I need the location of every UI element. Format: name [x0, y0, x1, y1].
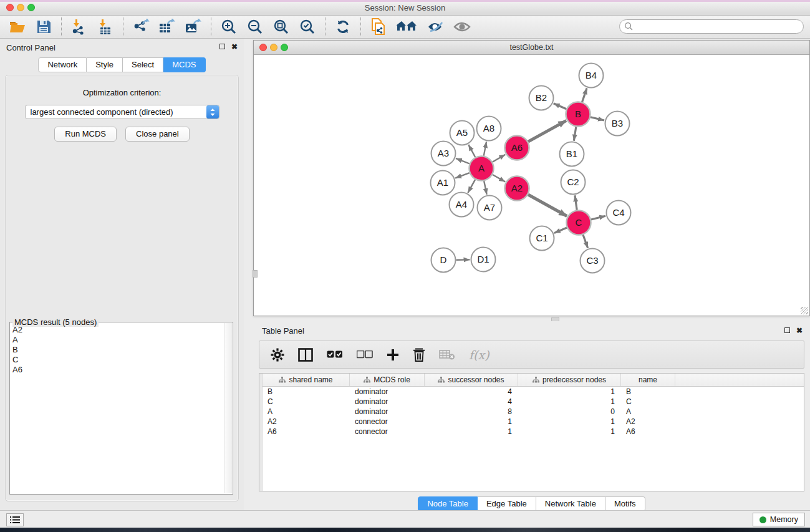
- result-list-item[interactable]: B: [12, 345, 233, 355]
- table-cell[interactable]: A: [621, 407, 675, 417]
- graph-edge-B-B1[interactable]: [574, 127, 576, 141]
- tab-network-table[interactable]: Network Table: [536, 496, 605, 511]
- splitter-handle-left[interactable]: [253, 270, 258, 278]
- table-cell[interactable]: 1: [518, 417, 621, 427]
- import-network-icon[interactable]: [70, 18, 88, 36]
- show-columns-icon[interactable]: [298, 348, 313, 362]
- import-table-icon[interactable]: [97, 18, 114, 36]
- graph-edge-A-A8[interactable]: [484, 142, 486, 156]
- clone-network-icon[interactable]: [370, 18, 387, 36]
- graph-edge-A2-C[interactable]: [528, 195, 567, 216]
- table-row[interactable]: A6connector11A6: [263, 427, 804, 437]
- table-cell[interactable]: connector: [350, 427, 425, 437]
- graph-edge-A-A6[interactable]: [493, 155, 506, 162]
- unselect-all-columns-icon[interactable]: [357, 351, 373, 359]
- column-header-shared-name[interactable]: shared name: [263, 374, 350, 386]
- graph-edge-A-A4[interactable]: [468, 180, 475, 193]
- table-cell[interactable]: dominator: [350, 407, 425, 417]
- graph-node-A4[interactable]: A4: [450, 193, 474, 217]
- graph-node-A3[interactable]: A3: [432, 142, 456, 166]
- table-close-icon[interactable]: ✖: [796, 327, 803, 334]
- table-cell[interactable]: 1: [518, 387, 621, 397]
- graph-edge-C-C1[interactable]: [554, 228, 567, 233]
- graph-edge-C-C3[interactable]: [583, 235, 588, 248]
- select-stepper-icon[interactable]: [206, 105, 219, 118]
- criterion-select[interactable]: largest connected component (directed): [25, 105, 219, 119]
- table-body[interactable]: Bdominator41BCdominator41CAdominator80AA…: [263, 387, 804, 491]
- graph-node-A2[interactable]: A2: [505, 177, 529, 201]
- tab-motifs[interactable]: Motifs: [605, 496, 645, 511]
- zoom-fit-icon[interactable]: [272, 18, 290, 36]
- graph-node-A8[interactable]: A8: [477, 117, 501, 141]
- table-row[interactable]: Cdominator41C: [263, 397, 804, 407]
- table-settings-icon[interactable]: [271, 348, 284, 362]
- table-cell[interactable]: 1: [425, 417, 518, 427]
- graph-node-B[interactable]: B: [566, 102, 591, 127]
- table-cell[interactable]: A2: [621, 417, 675, 427]
- export-network-icon[interactable]: [132, 18, 150, 36]
- table-cell[interactable]: B: [263, 387, 350, 397]
- table-cell[interactable]: B: [621, 387, 675, 397]
- table-row[interactable]: Bdominator41B: [263, 387, 804, 397]
- table-cell[interactable]: 1: [518, 397, 621, 407]
- tab-edge-table[interactable]: Edge Table: [478, 496, 536, 511]
- graph-node-A1[interactable]: A1: [431, 171, 455, 195]
- graph-node-C3[interactable]: C3: [581, 249, 605, 273]
- graph-edge-A-A1[interactable]: [455, 173, 470, 178]
- table-cell[interactable]: 8: [425, 407, 518, 417]
- table-cell[interactable]: A: [263, 407, 350, 417]
- graph-node-B3[interactable]: B3: [605, 112, 630, 136]
- graph-edge-A-A3[interactable]: [456, 158, 470, 164]
- result-list-item[interactable]: A: [12, 335, 233, 345]
- add-column-icon[interactable]: [387, 349, 399, 361]
- graph-node-C1[interactable]: C1: [530, 226, 554, 251]
- graph-edge-C-C4[interactable]: [591, 216, 605, 220]
- result-list-item[interactable]: C: [12, 355, 233, 365]
- graph-edge-B-B2[interactable]: [554, 104, 567, 109]
- table-cell[interactable]: dominator: [350, 397, 425, 407]
- close-panel-button[interactable]: Close panel: [125, 127, 190, 142]
- graph-edge-B-B4[interactable]: [582, 88, 587, 102]
- result-scrollbar[interactable]: [224, 323, 232, 493]
- table-cell[interactable]: 1: [425, 427, 518, 437]
- graph-edge-A-A2[interactable]: [493, 175, 505, 181]
- table-cell[interactable]: C: [263, 397, 350, 407]
- open-file-icon[interactable]: [9, 18, 26, 36]
- delete-column-icon[interactable]: [413, 348, 425, 362]
- table-cell[interactable]: 4: [425, 397, 518, 407]
- graph-node-A5[interactable]: A5: [450, 121, 475, 145]
- table-row[interactable]: Adominator80A: [263, 407, 804, 417]
- graph-node-A6[interactable]: A6: [505, 136, 529, 160]
- table-cell[interactable]: connector: [350, 417, 425, 427]
- delete-table-icon[interactable]: [439, 349, 455, 360]
- graph-node-C[interactable]: C: [567, 211, 591, 235]
- tab-mcds[interactable]: MCDS: [163, 57, 205, 72]
- first-neighbors-icon[interactable]: [396, 18, 418, 36]
- export-image-icon[interactable]: [185, 18, 202, 36]
- graph-node-D[interactable]: D: [432, 248, 456, 273]
- zoom-in-icon[interactable]: [220, 18, 238, 36]
- table-float-icon[interactable]: [784, 327, 790, 334]
- network-graph[interactable]: B4B2BB3A5A8A6A3B1AA1C2A2A4A7C4CC1C3DD1: [254, 55, 809, 316]
- table-cell[interactable]: A6: [263, 427, 350, 437]
- table-cell[interactable]: dominator: [350, 387, 425, 397]
- table-cell[interactable]: 4: [425, 387, 518, 397]
- result-list-item[interactable]: A6: [12, 365, 233, 375]
- graph-node-B4[interactable]: B4: [579, 64, 604, 88]
- graph-node-C4[interactable]: C4: [607, 201, 631, 225]
- close-panel-icon[interactable]: ✖: [231, 43, 238, 51]
- tab-select[interactable]: Select: [123, 57, 163, 72]
- column-header-predecessor-nodes[interactable]: predecessor nodes: [518, 374, 621, 386]
- search-input[interactable]: [619, 19, 804, 34]
- table-cell[interactable]: 0: [518, 407, 621, 417]
- run-mcds-button[interactable]: Run MCDS: [54, 127, 117, 142]
- window-resize-grip[interactable]: [801, 307, 808, 314]
- tab-node-table[interactable]: Node Table: [418, 496, 478, 511]
- graph-node-A[interactable]: A: [470, 157, 494, 181]
- graph-edge-A6-B[interactable]: [528, 120, 566, 142]
- task-history-button[interactable]: [6, 513, 24, 526]
- table-cell[interactable]: 1: [518, 427, 621, 437]
- network-canvas[interactable]: B4B2BB3A5A8A6A3B1AA1C2A2A4A7C4CC1C3DD1: [254, 55, 809, 316]
- tab-style[interactable]: Style: [87, 57, 123, 72]
- zoom-out-icon[interactable]: [246, 18, 264, 36]
